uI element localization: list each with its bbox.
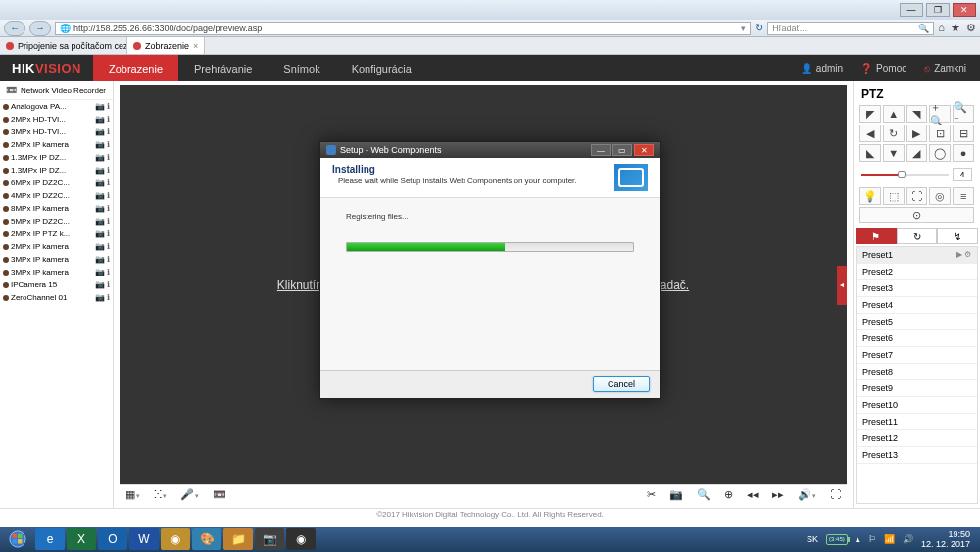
search-icon[interactable]: 🔍: [918, 24, 929, 33]
preset-row[interactable]: Preset7: [857, 347, 977, 364]
camera-row[interactable]: ZeroChannel 01📷 ℹ: [0, 291, 113, 304]
taskbar-word[interactable]: W: [129, 528, 159, 550]
camera-row[interactable]: 1.3MPx IP DZ...📷 ℹ: [0, 151, 113, 164]
preset-row[interactable]: Preset6: [857, 330, 977, 347]
speed-slider[interactable]: [861, 174, 949, 176]
camera-row[interactable]: IPCamera 15📷 ℹ: [0, 278, 113, 291]
dialog-minimize[interactable]: —: [591, 144, 611, 156]
camera-row[interactable]: Analogova PA...📷 ℹ: [0, 100, 113, 113]
camera-actions[interactable]: 📷 ℹ: [95, 217, 110, 226]
fullscreen-button[interactable]: ⛶: [830, 488, 841, 501]
tab-2[interactable]: Zobrazenie×: [127, 37, 205, 54]
favorites-icon[interactable]: ★: [951, 22, 960, 34]
camera-row[interactable]: 8MPx IP kamera📷 ℹ: [0, 202, 113, 215]
zoom-in[interactable]: ＋🔍: [929, 105, 951, 123]
refresh-button[interactable]: ↻: [755, 22, 763, 34]
preset-row[interactable]: Preset13: [857, 447, 977, 464]
ptz-down-left[interactable]: ◣: [859, 144, 881, 162]
sound-icon[interactable]: 🔊: [903, 534, 913, 544]
camera-actions[interactable]: 📷 ℹ: [95, 191, 110, 200]
preset-list[interactable]: Preset1Preset2Preset3Preset4Preset5Prese…: [856, 246, 978, 504]
audio-button[interactable]: 🎤: [180, 488, 199, 501]
ptz-left[interactable]: ◀: [859, 125, 881, 142]
preset-row[interactable]: Preset2: [857, 264, 977, 280]
dialog-maximize[interactable]: ▭: [612, 144, 632, 156]
taskbar-excel[interactable]: X: [67, 528, 96, 550]
taskbar-chrome[interactable]: ◉: [161, 528, 190, 550]
prev-button[interactable]: ◂◂: [747, 488, 759, 501]
logout-link[interactable]: ⎋Zamkni: [924, 63, 966, 74]
camera-row[interactable]: 2MPx IP kamera📷 ℹ: [0, 138, 113, 151]
zoom-button[interactable]: 🔍: [697, 488, 710, 501]
camera-actions[interactable]: 📷 ℹ: [95, 242, 110, 251]
preset-row[interactable]: Preset5: [857, 314, 977, 330]
forward-button[interactable]: →: [29, 21, 51, 36]
taskbar-paint[interactable]: 🎨: [192, 528, 221, 550]
taskbar-ie[interactable]: e: [35, 528, 65, 550]
camera-actions[interactable]: 📷 ℹ: [95, 153, 110, 162]
layout-button[interactable]: ▦: [125, 488, 140, 501]
search-bar[interactable]: Hľadať... 🔍: [767, 22, 934, 35]
stream-button[interactable]: ⵘ: [154, 488, 167, 501]
language-indicator[interactable]: SK: [807, 534, 818, 544]
window-close[interactable]: ✕: [953, 3, 976, 17]
clock[interactable]: 19:50 12. 12. 2017: [921, 529, 970, 549]
preset-row[interactable]: Preset4: [857, 297, 977, 314]
ptz-right[interactable]: ▶: [906, 125, 928, 142]
wiper-button[interactable]: ⬚: [883, 187, 905, 205]
camera-row[interactable]: 3MPx IP kamera📷 ℹ: [0, 266, 113, 278]
preset-row[interactable]: Preset9: [857, 380, 977, 397]
aux-button[interactable]: ⛶: [906, 187, 928, 205]
iris-close[interactable]: ●: [953, 144, 974, 162]
tray-expand-icon[interactable]: ▴: [856, 534, 860, 544]
system-tray[interactable]: SK (3:45) ▴ ⚐ 📶 🔊 19:50 12. 12. 2017: [807, 529, 976, 549]
snapshot-button[interactable]: ✂: [647, 488, 656, 501]
preset-row[interactable]: Preset1: [857, 247, 977, 264]
taskbar-explorer[interactable]: 📁: [223, 528, 253, 550]
ptz-down[interactable]: ▼: [883, 144, 905, 162]
taskbar-outlook[interactable]: O: [98, 528, 127, 550]
camera-row[interactable]: 5MPx IP DZ2C...📷 ℹ: [0, 215, 113, 227]
speed-value[interactable]: 4: [953, 168, 972, 181]
window-restore[interactable]: ❐: [926, 3, 950, 17]
ptz-up-left[interactable]: ◤: [859, 105, 881, 123]
back-button[interactable]: ←: [4, 21, 25, 36]
light-button[interactable]: 💡: [859, 187, 881, 205]
zoom2-button[interactable]: ⊕: [724, 488, 733, 501]
preset-row[interactable]: Preset12: [857, 430, 977, 447]
track-button[interactable]: ◎: [929, 187, 951, 205]
flag-icon[interactable]: ⚐: [868, 534, 876, 544]
battery-icon[interactable]: (3:45): [826, 534, 848, 545]
dropdown-icon[interactable]: ▾: [741, 24, 746, 33]
camera-actions[interactable]: 📷 ℹ: [95, 140, 110, 149]
volume-button[interactable]: 🔊: [798, 488, 816, 501]
close-tab-icon[interactable]: ×: [193, 41, 198, 51]
ptz-down-right[interactable]: ◢: [906, 144, 928, 162]
cancel-button[interactable]: Cancel: [593, 376, 650, 392]
network-icon[interactable]: 📶: [884, 534, 895, 544]
taskbar-camera[interactable]: 📷: [255, 528, 284, 550]
menu-button[interactable]: ≡: [953, 187, 974, 205]
zoom-out[interactable]: 🔍⁻: [953, 105, 974, 123]
camera-row[interactable]: 6MPx IP DZ2C...📷 ℹ: [0, 176, 113, 189]
url-bar[interactable]: 🌐 http://158.255.26.66:3300/doc/page/pre…: [55, 22, 751, 35]
focus-out[interactable]: ⊟: [953, 125, 974, 142]
camera-actions[interactable]: 📷 ℹ: [95, 268, 110, 276]
side-handle[interactable]: ◂: [837, 266, 847, 305]
ptz-up-right[interactable]: ◥: [906, 105, 928, 123]
camera-row[interactable]: 3MPx IP kamera📷 ℹ: [0, 253, 113, 266]
camera-actions[interactable]: 📷 ℹ: [95, 178, 110, 187]
user-menu[interactable]: 👤admin: [801, 63, 843, 74]
capture-button[interactable]: 📼: [213, 488, 226, 501]
preset-tab-flag[interactable]: ⚑: [856, 228, 897, 244]
nav-zobrazenie[interactable]: Zobrazenie: [93, 55, 178, 81]
preset-row[interactable]: Preset10: [857, 397, 977, 414]
next-button[interactable]: ▸▸: [772, 488, 784, 501]
camera-actions[interactable]: 📷 ℹ: [95, 293, 110, 302]
camera-row[interactable]: 2MPx IP PTZ k...📷 ℹ: [0, 227, 113, 240]
camera-actions[interactable]: 📷 ℹ: [95, 255, 110, 264]
camera-row[interactable]: 2MPx IP kamera📷 ℹ: [0, 240, 113, 253]
camera-actions[interactable]: 📷 ℹ: [95, 280, 110, 289]
3d-button[interactable]: ⊙: [859, 207, 974, 223]
preset-tab-path[interactable]: ↯: [937, 228, 978, 244]
